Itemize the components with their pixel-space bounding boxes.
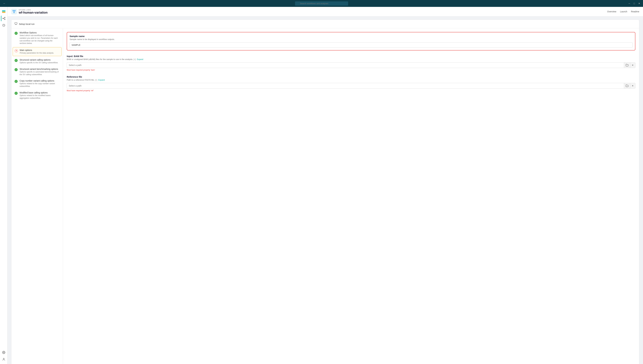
reference-file-section: Reference file Path to a reference FASTA… xyxy=(67,76,635,92)
setup-title: Setup local run xyxy=(19,23,34,25)
option-check-main: ✕ xyxy=(15,49,18,52)
svg-point-2 xyxy=(4,19,5,20)
ref-file-desc: Path to a reference FASTA file. [+] Expa… xyxy=(67,79,635,81)
form-area: Sample name Sample name to be displayed … xyxy=(63,28,639,364)
svg-point-6 xyxy=(3,352,4,353)
svg-rect-8 xyxy=(13,10,14,11)
svg-point-7 xyxy=(3,358,4,359)
bam-error: Must have required property 'bam' xyxy=(67,69,635,71)
app-layout: EPI2ME-LABS wf-human-variation Overview … xyxy=(0,7,643,364)
option-desc-main: Primary parameters for the data analysis… xyxy=(20,52,54,54)
titlebar: ← 🔍 ─ □ ✕ xyxy=(0,0,643,7)
sidebar-item-workflow[interactable] xyxy=(1,16,6,21)
sample-name-desc: Sample name to be displayed in workflow … xyxy=(70,38,632,40)
ref-expand-link[interactable]: Expand xyxy=(98,79,105,81)
bam-path-wrap: ✕ xyxy=(67,62,635,68)
ref-error: Must have required property 'ref' xyxy=(67,90,635,92)
setup-header: Setup local run xyxy=(12,20,639,28)
svg-rect-9 xyxy=(14,10,16,11)
search-input[interactable] xyxy=(295,2,348,6)
bam-path-input[interactable] xyxy=(67,62,624,68)
option-desc-svb: Options specific to automated benchmarki… xyxy=(20,70,60,76)
bam-file-label: Input: BAM file xyxy=(67,55,635,58)
window-controls: ─ □ ✕ xyxy=(628,2,641,5)
svg-rect-13 xyxy=(15,22,17,24)
header-nav: Overview Launch Readme xyxy=(607,10,639,14)
ref-file-label: Reference file xyxy=(67,76,635,78)
option-desc-sv: Options specific to the SV calling subwo… xyxy=(20,62,58,64)
sidebar xyxy=(0,7,8,364)
ref-clear-button[interactable]: ✕ xyxy=(630,83,635,88)
ref-browse-button[interactable] xyxy=(624,83,630,88)
option-cnv[interactable]: ✓ Copy number variant calling options Op… xyxy=(12,78,63,90)
bam-file-desc: BAM or unaligned BAM (uBAM) files for th… xyxy=(67,58,635,60)
option-label-workflow: Workflow Options xyxy=(20,32,60,34)
nav-readme[interactable]: Readme xyxy=(631,10,639,14)
option-label-mod: Modified base calling options xyxy=(20,92,60,94)
bam-file-section: Input: BAM file BAM or unaligned BAM (uB… xyxy=(67,55,635,71)
option-sv-calling[interactable]: ✓ Structural variant calling options Opt… xyxy=(12,57,63,66)
svg-point-1 xyxy=(4,17,5,18)
sample-name-input[interactable] xyxy=(70,42,632,48)
sample-name-section: Sample name Sample name to be displayed … xyxy=(67,32,635,50)
option-main-options[interactable]: ✕ Main options Primary parameters for th… xyxy=(13,47,62,56)
option-label-cnv: Copy number variant calling options xyxy=(20,80,60,82)
svg-line-4 xyxy=(4,18,4,19)
svg-rect-10 xyxy=(14,12,14,13)
workflow-title: wf-human-variation xyxy=(19,11,607,14)
nav-overview[interactable]: Overview xyxy=(607,10,616,14)
option-mod-base[interactable]: ✓ Modified base calling options Options … xyxy=(12,90,63,102)
minimize-button[interactable]: ─ xyxy=(628,2,631,5)
option-desc-cnv: Options related to the copy number varia… xyxy=(20,82,60,88)
option-desc-mod: Options related to the modified bases ag… xyxy=(20,94,60,100)
main-panel: Setup local run ✓ Workflow Options Selec… xyxy=(8,16,643,364)
logo-icon xyxy=(1,9,6,14)
content-area: EPI2ME-LABS wf-human-variation Overview … xyxy=(8,7,643,364)
option-check-mod: ✓ xyxy=(14,92,18,95)
setup-panel: Setup local run ✓ Workflow Options Selec… xyxy=(11,20,639,364)
sidebar-item-history[interactable] xyxy=(1,22,6,28)
setup-header-icon xyxy=(14,22,17,26)
org-label: EPI2ME-LABS xyxy=(19,9,607,11)
maximize-button[interactable]: □ xyxy=(633,2,636,5)
option-desc-workflow: Select which sub-workflows of wf-human-v… xyxy=(20,34,60,45)
svg-line-3 xyxy=(4,18,4,18)
svg-point-0 xyxy=(3,18,4,19)
nav-launch[interactable]: Launch xyxy=(620,10,627,14)
bam-browse-button[interactable] xyxy=(624,62,630,68)
bam-clear-button[interactable]: ✕ xyxy=(630,63,635,68)
option-check-svb: ✓ xyxy=(14,68,18,71)
ref-path-input[interactable] xyxy=(67,83,624,88)
workflow-icon xyxy=(11,9,17,14)
option-check-cnv: ✓ xyxy=(14,80,18,83)
back-button[interactable]: ← xyxy=(2,2,7,6)
setup-body: ✓ Workflow Options Select which sub-work… xyxy=(12,28,639,364)
bam-expand-link[interactable]: Expand xyxy=(137,58,143,60)
options-list: ✓ Workflow Options Select which sub-work… xyxy=(12,28,63,364)
page-header: EPI2ME-LABS wf-human-variation Overview … xyxy=(8,7,643,16)
option-workflow-options[interactable]: ✓ Workflow Options Select which sub-work… xyxy=(12,30,63,46)
option-check-sv: ✓ xyxy=(14,59,18,62)
sidebar-item-settings[interactable] xyxy=(1,350,6,355)
option-label-sv: Structural variant calling options xyxy=(20,58,58,61)
sample-name-label: Sample name xyxy=(70,35,632,38)
sidebar-item-profile[interactable] xyxy=(1,356,6,362)
option-label-main: Main options xyxy=(20,49,54,52)
header-text: EPI2ME-LABS wf-human-variation xyxy=(19,9,607,14)
close-button[interactable]: ✕ xyxy=(637,2,641,5)
option-check-workflow: ✓ xyxy=(14,32,18,35)
option-sv-bench[interactable]: ✓ Structural variant benchmarking option… xyxy=(12,66,63,78)
option-label-svb: Structural variant benchmarking options xyxy=(20,68,60,70)
ref-path-wrap: ✕ xyxy=(67,83,635,88)
